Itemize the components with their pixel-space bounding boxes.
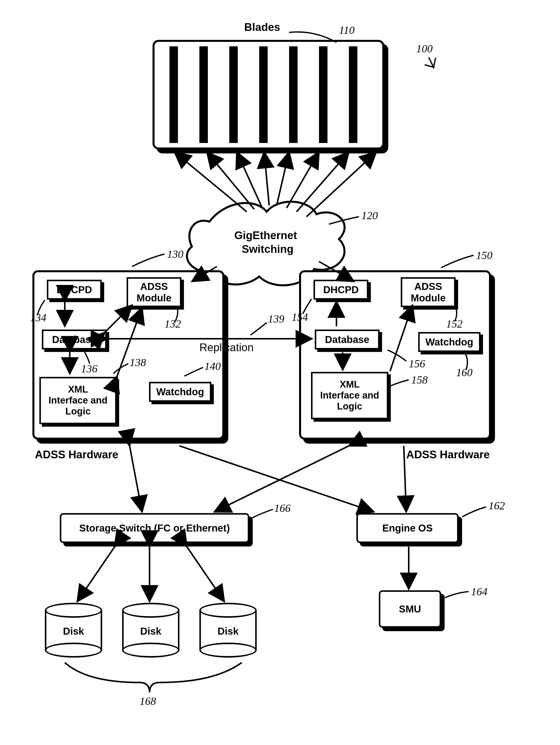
disk-1: Disk [45, 603, 102, 657]
disk-2-label: Disk [140, 626, 161, 637]
ref-120: 120 [361, 209, 378, 222]
ref-132: 132 [164, 318, 181, 330]
dhcpd-box-right: DHCPD [313, 280, 368, 300]
adss-hardware-right-label: ADSS Hardware [406, 448, 490, 461]
svg-line-6 [297, 152, 349, 212]
ref-139: 139 [268, 313, 284, 325]
xml-box-right: XML Interface and Logic [311, 372, 388, 419]
adss-hardware-left-panel: DHCPD ADSS Module Database XML Interface… [32, 270, 224, 440]
cloud-label-1: GigEthernet [234, 229, 297, 241]
svg-line-23 [77, 547, 115, 602]
ref-164: 164 [471, 585, 488, 598]
ref-152: 152 [446, 318, 463, 330]
ref-140: 140 [205, 360, 221, 372]
adss-hardware-left-label: ADSS Hardware [35, 448, 118, 461]
disk-1-label: Disk [63, 626, 84, 637]
disk-3: Disk [199, 603, 257, 657]
ref-168: 168 [139, 695, 156, 708]
cloud-label-2: Switching [242, 243, 293, 255]
svg-line-25 [187, 547, 224, 602]
svg-line-1 [207, 152, 254, 209]
blades-rack [153, 40, 384, 150]
ref-160: 160 [456, 366, 472, 379]
ref-136: 136 [81, 362, 97, 375]
svg-line-5 [287, 152, 319, 208]
watchdog-box-left: Watchdog [149, 382, 211, 402]
database-box-right: Database [315, 329, 379, 350]
svg-line-21 [404, 446, 406, 512]
dhcpd-box-left: DHCPD [47, 280, 102, 300]
watchdog-box-right: Watchdog [418, 332, 480, 352]
svg-line-3 [264, 152, 269, 205]
xml-box-left: XML Interface and Logic [39, 377, 117, 424]
disk-3-label: Disk [218, 626, 239, 637]
ref-110: 110 [339, 24, 355, 37]
ref-156: 156 [409, 357, 425, 370]
ref-150: 150 [476, 249, 493, 262]
ref-158: 158 [411, 374, 428, 386]
ref-134: 134 [30, 311, 46, 324]
adss-module-box-left: ADSS Module [127, 277, 181, 307]
title-blades: Blades [244, 21, 280, 33]
smu-box: SMU [379, 590, 441, 628]
replication-label: Replication [199, 341, 254, 354]
ref-166: 166 [274, 502, 290, 515]
svg-line-4 [277, 152, 289, 205]
svg-line-2 [237, 152, 262, 207]
ref-138: 138 [130, 356, 146, 369]
ref-162: 162 [489, 499, 505, 512]
svg-line-0 [175, 152, 247, 212]
adss-module-box-right: ADSS Module [401, 277, 456, 307]
svg-line-18 [130, 446, 142, 512]
ref-130: 130 [167, 248, 183, 261]
ref-100: 100 [416, 42, 433, 55]
disk-2: Disk [122, 603, 180, 657]
svg-line-7 [307, 152, 376, 217]
adss-hardware-right-panel: DHCPD ADSS Module Database XML Interface… [299, 270, 491, 440]
database-box-left: Database [42, 329, 107, 350]
ref-154: 154 [291, 311, 308, 324]
engine-os-box: Engine OS [356, 513, 459, 543]
storage-switch-box: Storage Switch (FC or Ethernet) [60, 513, 249, 543]
